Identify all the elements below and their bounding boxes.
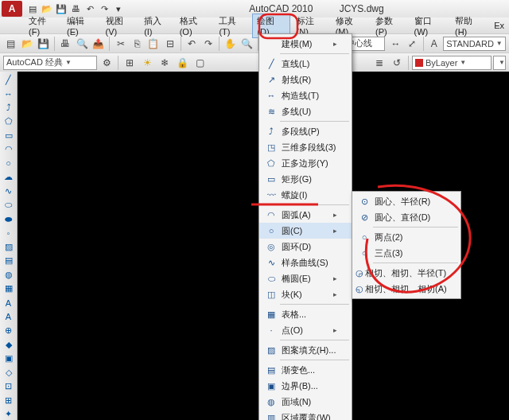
menu-item-icon: ◎ xyxy=(262,242,280,252)
menu-tools[interactable]: 工具(T) xyxy=(214,14,251,38)
menu-window[interactable]: 窗口(W) xyxy=(410,14,449,38)
separator xyxy=(408,56,409,70)
tool-button[interactable]: ⬠ xyxy=(2,116,16,128)
redo-icon[interactable]: ↷ xyxy=(201,36,216,52)
tool-button[interactable]: ◦ xyxy=(2,228,16,239)
open-icon[interactable]: 📂 xyxy=(20,36,35,52)
menu-item[interactable]: ·点(O)▸ xyxy=(259,322,352,338)
menu-item[interactable]: ⊘圆心、直径(D) xyxy=(352,209,460,225)
layer-color-icon[interactable]: ▢ xyxy=(192,55,208,71)
tool-button[interactable]: ▨ xyxy=(2,241,16,253)
menu-item[interactable]: ⤴多段线(P) xyxy=(259,123,352,139)
tool-button[interactable]: ◆ xyxy=(2,339,16,351)
save-icon[interactable]: 💾 xyxy=(36,36,51,52)
line-combo[interactable]: ▼ xyxy=(493,56,506,70)
tool-button[interactable]: ∿ xyxy=(2,185,16,197)
menu-item[interactable]: ▥区域覆盖(W) xyxy=(259,410,352,420)
menu-item[interactable]: ○两点(2) xyxy=(352,229,460,245)
menu-item[interactable]: ◎圆环(D) xyxy=(259,239,352,255)
workspace-combo[interactable]: AutoCAD 经典 ▼ xyxy=(3,56,97,70)
tool-button[interactable]: ↔ xyxy=(2,88,16,100)
standard-combo[interactable]: STANDARD ▼ xyxy=(443,37,506,51)
cut-icon[interactable]: ✂ xyxy=(113,36,128,52)
pan-icon[interactable]: ✋ xyxy=(223,36,238,52)
zoom-icon[interactable]: 🔍 xyxy=(239,36,254,52)
menu-item[interactable]: ⬭椭圆(E)▸ xyxy=(259,270,352,286)
tool-button[interactable]: ▣ xyxy=(2,352,16,364)
layer-state-icon[interactable]: ≣ xyxy=(371,55,387,71)
menu-item[interactable]: ⊙圆心、半径(R) xyxy=(352,193,460,209)
menu-item[interactable]: ▭矩形(G) xyxy=(259,171,352,187)
menu-item[interactable]: 建模(M)▸ xyxy=(259,36,352,52)
menu-format[interactable]: 格式(O) xyxy=(175,14,213,38)
menu-file[interactable]: 文件(F) xyxy=(24,14,60,38)
paste-icon[interactable]: 📋 xyxy=(146,36,161,52)
menu-parametric[interactable]: 参数(P) xyxy=(371,14,408,38)
publish-icon[interactable]: 📤 xyxy=(91,36,107,52)
menu-item-icon: · xyxy=(262,325,280,335)
tool-button[interactable]: ▭ xyxy=(2,130,16,142)
tool-button[interactable]: ▦ xyxy=(2,283,16,295)
menu-item[interactable]: ⬠正多边形(Y) xyxy=(259,155,352,171)
layer-sun-icon[interactable]: ☀ xyxy=(139,55,155,71)
menu-item[interactable]: ○圆(C)▸ xyxy=(259,223,352,239)
menu-item[interactable]: ◶相切、相切、半径(T) xyxy=(352,265,460,281)
tool-button[interactable]: A xyxy=(2,311,16,323)
layer-props-icon[interactable]: ⊞ xyxy=(122,55,138,71)
menu-help[interactable]: 帮助(H) xyxy=(450,14,488,38)
menu-item[interactable]: ↔构造线(T) xyxy=(259,88,352,103)
dim-icon[interactable]: ↔ xyxy=(388,36,403,52)
layer-prev-icon[interactable]: ↺ xyxy=(389,55,405,71)
tool-button[interactable]: ⊞ xyxy=(2,395,16,406)
print-icon[interactable]: 🖶 xyxy=(58,36,73,52)
tool-button[interactable]: ▤ xyxy=(2,255,16,267)
tool-button[interactable]: ◍ xyxy=(2,269,16,281)
menu-item-label: 圆心、半径(R) xyxy=(373,196,446,208)
textstyle-icon[interactable]: A xyxy=(426,36,441,52)
bylayer-combo[interactable]: ByLayer ▼ xyxy=(412,56,492,70)
tool-button[interactable]: ⬭ xyxy=(2,200,16,212)
menu-item[interactable]: ≋多线(U) xyxy=(259,103,352,119)
layer-freeze-icon[interactable]: ❄ xyxy=(157,55,173,71)
tool-button[interactable]: ◠ xyxy=(2,144,16,156)
menu-item[interactable]: ▤渐变色... xyxy=(259,362,352,378)
menu-item[interactable]: ◫块(K)▸ xyxy=(259,286,352,302)
menu-item[interactable]: ◵相切、相切、相切(A) xyxy=(352,281,460,297)
menu-item[interactable]: ╱直线(L) xyxy=(259,56,352,72)
menu-item-label: 射线(R) xyxy=(280,74,337,86)
app-logo[interactable]: A xyxy=(2,1,22,17)
menu-extra[interactable]: Ex xyxy=(489,19,509,32)
submenu-arrow-icon: ▸ xyxy=(333,227,337,235)
menu-item[interactable]: ◠圆弧(A)▸ xyxy=(259,207,352,223)
tool-button[interactable]: ⊡ xyxy=(2,380,16,392)
match-icon[interactable]: ⊟ xyxy=(162,36,177,52)
copy-icon[interactable]: ⎘ xyxy=(130,36,145,52)
undo-icon[interactable]: ↶ xyxy=(185,36,200,52)
dim2-icon[interactable]: ⤢ xyxy=(405,36,420,52)
menu-item[interactable]: ◳三维多段线(3) xyxy=(259,139,352,155)
tool-button[interactable]: ⤴ xyxy=(2,102,16,114)
preview-icon[interactable]: 🔍 xyxy=(75,36,90,52)
new-icon[interactable]: ▤ xyxy=(3,36,18,52)
workspace-settings-icon[interactable]: ⚙ xyxy=(99,55,115,71)
menu-item[interactable]: ▦表格... xyxy=(259,306,352,322)
tool-button[interactable]: ⬬ xyxy=(2,213,16,225)
tool-button[interactable]: ◇ xyxy=(2,367,16,379)
tool-button[interactable]: A xyxy=(2,297,16,309)
tool-button[interactable]: ○ xyxy=(2,158,16,169)
menu-view[interactable]: 视图(V) xyxy=(101,14,138,38)
menu-item[interactable]: ▣边界(B)... xyxy=(259,378,352,394)
tool-button[interactable]: ✦ xyxy=(2,408,16,420)
menu-item[interactable]: ↗射线(R) xyxy=(259,72,352,88)
menu-edit[interactable]: 编辑(E) xyxy=(62,14,99,38)
menu-item[interactable]: ◍面域(N) xyxy=(259,394,352,410)
menu-item[interactable]: 〰螺旋(I) xyxy=(259,187,352,203)
tool-button[interactable]: ☁ xyxy=(2,172,16,184)
menu-item[interactable]: ∿样条曲线(S) xyxy=(259,255,352,270)
tool-button[interactable]: ⊕ xyxy=(2,325,16,336)
menu-item[interactable]: ▨图案填充(H)... xyxy=(259,342,352,358)
layer-lock-icon[interactable]: 🔒 xyxy=(174,55,190,71)
menu-item[interactable]: ○三点(3) xyxy=(352,245,460,261)
tool-button[interactable]: ╱ xyxy=(2,74,16,86)
menu-insert[interactable]: 插入(I) xyxy=(139,14,173,38)
